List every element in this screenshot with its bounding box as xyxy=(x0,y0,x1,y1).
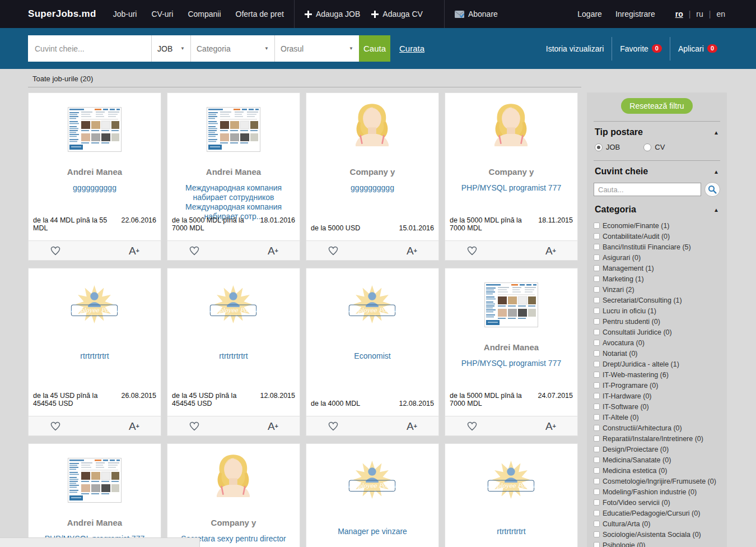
view-history-link[interactable]: Istoria vizualizari xyxy=(538,44,612,53)
category-checkbox[interactable] xyxy=(594,286,600,293)
category-checkbox[interactable] xyxy=(594,489,600,495)
radio-job[interactable]: JOB xyxy=(595,143,620,151)
category-checkbox[interactable] xyxy=(594,297,600,303)
clear-filters-link[interactable]: Curata xyxy=(399,44,424,53)
category-item[interactable]: Reparatii/Instalare/Intretinere (0) xyxy=(594,433,720,444)
category-checkbox[interactable] xyxy=(594,308,600,314)
category-checkbox[interactable] xyxy=(594,446,600,452)
apply-button[interactable]: A+ xyxy=(129,245,139,256)
category-item[interactable]: Economie/Finante (1) xyxy=(594,220,720,231)
job-card-image[interactable]: Employee Portal xyxy=(68,96,122,163)
category-checkbox[interactable] xyxy=(594,414,600,420)
category-checkbox[interactable] xyxy=(594,467,600,474)
favorite-button[interactable] xyxy=(50,245,61,256)
favorite-button[interactable] xyxy=(466,421,478,431)
category-item[interactable]: Psihologie (0) xyxy=(594,540,720,547)
job-title-link[interactable]: Международная компания набирает сотрудни… xyxy=(167,183,300,221)
category-checkbox[interactable] xyxy=(594,457,600,463)
subscribe-link[interactable]: Abonare xyxy=(455,10,498,18)
category-item[interactable]: Avocatura (0) xyxy=(594,337,720,348)
category-item[interactable]: Cosmetologie/Ingrijire/Frumusete (0) xyxy=(594,476,720,486)
favorite-button[interactable] xyxy=(189,421,200,431)
job-card-image[interactable]: Employee Portal xyxy=(342,272,403,338)
category-checkbox[interactable] xyxy=(594,510,600,516)
chevron-up-icon[interactable]: ▲ xyxy=(713,129,719,136)
chevron-up-icon[interactable]: ▲ xyxy=(713,207,719,213)
apply-button[interactable]: A+ xyxy=(407,245,417,256)
category-item[interactable]: Modeling/Fashion industrie (0) xyxy=(594,486,720,497)
job-card-image[interactable]: Employee Portal xyxy=(483,96,539,163)
reset-filter-button[interactable]: Resetează filtru xyxy=(621,98,692,114)
category-checkbox[interactable] xyxy=(594,435,600,442)
nav-item-joburi[interactable]: Job-uri xyxy=(113,10,137,18)
category-item[interactable]: Foto/Video servicii (0) xyxy=(594,497,720,508)
category-item[interactable]: Cultura/Arta (0) xyxy=(594,518,720,529)
job-title-link[interactable]: Manager pe vinzare xyxy=(331,527,414,536)
job-card-image[interactable]: Employee Portal xyxy=(207,96,260,163)
job-title-link[interactable]: gggggggggg xyxy=(344,183,401,193)
category-item[interactable]: Constructii/Arhitectura (0) xyxy=(594,423,720,433)
register-link[interactable]: Inregistrare xyxy=(615,10,655,18)
category-checkbox[interactable] xyxy=(594,265,600,271)
category-checkbox[interactable] xyxy=(594,350,600,356)
favorite-button[interactable] xyxy=(189,245,200,256)
category-item[interactable]: Marketing (1) xyxy=(594,274,720,284)
company-name[interactable]: Company y xyxy=(211,518,256,527)
category-item[interactable]: Medicina/Sanatate (0) xyxy=(594,455,720,465)
category-item[interactable]: Medicina estetica (0) xyxy=(594,465,720,476)
category-checkbox[interactable] xyxy=(594,233,600,239)
apply-button[interactable]: A+ xyxy=(268,421,278,432)
category-item[interactable]: IT-Hardware (0) xyxy=(594,391,720,401)
apply-button[interactable]: A+ xyxy=(545,245,556,256)
category-checkbox[interactable] xyxy=(594,382,600,388)
chevron-up-icon[interactable]: ▲ xyxy=(713,169,719,175)
language-ru[interactable]: ru xyxy=(696,10,703,18)
category-item[interactable]: Lucru in oficiu (1) xyxy=(594,305,720,316)
category-checkbox[interactable] xyxy=(594,478,600,484)
category-checkbox[interactable] xyxy=(594,531,600,537)
category-item[interactable]: Vinzari (2) xyxy=(594,284,720,295)
job-card-image[interactable]: Employee Portal xyxy=(68,447,122,513)
job-card-image[interactable]: Employee Portal xyxy=(342,447,403,513)
favorite-button[interactable] xyxy=(328,421,339,431)
category-checkbox[interactable] xyxy=(594,393,600,399)
applications-link[interactable]: Aplicari 0 xyxy=(670,44,725,53)
category-item[interactable]: Banci/Institutii Financiare (5) xyxy=(594,242,720,252)
job-card-image[interactable]: Employee Portal xyxy=(64,272,125,338)
category-item[interactable]: Sociologie/Asistenta Sociala (0) xyxy=(594,529,720,540)
add-cv-button[interactable]: Adauga CV xyxy=(371,10,423,18)
favorite-button[interactable] xyxy=(466,245,478,256)
nav-item-companii[interactable]: Companii xyxy=(188,10,221,18)
category-checkbox[interactable] xyxy=(594,318,600,325)
apply-button[interactable]: A+ xyxy=(545,421,556,432)
company-name[interactable]: Andrei Manea xyxy=(484,342,539,352)
category-item[interactable]: Asigurari (0) xyxy=(594,252,720,263)
category-item[interactable]: Consultatii Juridice (0) xyxy=(594,327,720,337)
category-checkbox[interactable] xyxy=(594,425,600,431)
category-checkbox[interactable] xyxy=(594,499,600,506)
nav-item-cvuri[interactable]: CV-uri xyxy=(151,10,173,18)
category-item[interactable]: Management (1) xyxy=(594,263,720,274)
category-item[interactable]: Pentru studenti (0) xyxy=(594,316,720,327)
radio-cv[interactable]: CV xyxy=(643,143,665,151)
category-item[interactable]: Design/Proiectare (0) xyxy=(594,444,720,455)
add-job-button[interactable]: Adauga JOB xyxy=(305,10,360,18)
job-card-image[interactable]: Employee Portal xyxy=(344,96,400,163)
company-name[interactable]: Company y xyxy=(350,167,395,177)
nav-item-oferta[interactable]: Oferta de pret xyxy=(236,10,284,18)
company-name[interactable]: Company y xyxy=(489,167,534,177)
city-select[interactable]: Orasul ▼ xyxy=(274,35,359,62)
apply-button[interactable]: A+ xyxy=(268,245,278,256)
category-item[interactable]: IT-Web-mastering (6) xyxy=(594,369,720,380)
language-en[interactable]: en xyxy=(716,10,725,18)
category-checkbox[interactable] xyxy=(594,404,600,410)
category-item[interactable]: Notariat (0) xyxy=(594,348,720,359)
job-title-link[interactable]: Economist xyxy=(347,351,397,361)
category-item[interactable]: Secretariat/Consulting (1) xyxy=(594,295,720,305)
company-name[interactable]: Andrei Manea xyxy=(206,167,261,177)
language-ro[interactable]: ro xyxy=(675,10,683,18)
job-title-link[interactable]: rtrtrtrtrtrt xyxy=(73,351,115,361)
job-card-image[interactable]: Employee Portal xyxy=(203,272,264,338)
favorite-button[interactable] xyxy=(50,421,61,431)
category-checkbox[interactable] xyxy=(594,276,600,282)
